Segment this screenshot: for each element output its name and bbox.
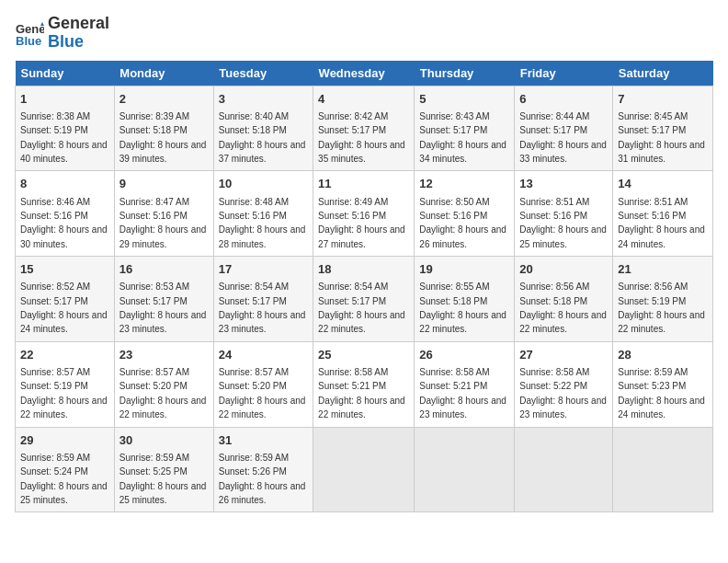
day-cell: 31 Sunrise: 8:59 AMSunset: 5:26 PMDaylig… [213, 427, 313, 512]
day-number: 25 [318, 347, 409, 363]
day-info: Sunrise: 8:43 AMSunset: 5:17 PMDaylight:… [419, 111, 506, 164]
day-cell: 20 Sunrise: 8:56 AMSunset: 5:18 PMDaylig… [515, 257, 613, 342]
day-number: 24 [219, 347, 308, 363]
day-cell: 11 Sunrise: 8:49 AMSunset: 5:16 PMDaylig… [313, 171, 415, 257]
day-cell: 16 Sunrise: 8:53 AMSunset: 5:17 PMDaylig… [114, 257, 213, 342]
day-cell: 3 Sunrise: 8:40 AMSunset: 5:18 PMDayligh… [213, 86, 313, 171]
day-info: Sunrise: 8:59 AMSunset: 5:23 PMDaylight:… [618, 367, 705, 419]
day-cell: 18 Sunrise: 8:54 AMSunset: 5:17 PMDaylig… [313, 257, 415, 342]
day-number: 4 [318, 91, 409, 108]
day-info: Sunrise: 8:45 AMSunset: 5:17 PMDaylight:… [618, 111, 705, 164]
week-row-5: 29 Sunrise: 8:59 AMSunset: 5:24 PMDaylig… [16, 427, 713, 512]
day-cell: 21 Sunrise: 8:56 AMSunset: 5:19 PMDaylig… [613, 257, 713, 342]
col-header-tuesday: Tuesday [213, 61, 313, 86]
day-number: 7 [618, 91, 708, 108]
day-info: Sunrise: 8:56 AMSunset: 5:18 PMDaylight:… [519, 282, 607, 334]
day-cell: 7 Sunrise: 8:45 AMSunset: 5:17 PMDayligh… [613, 86, 713, 171]
day-info: Sunrise: 8:50 AMSunset: 5:16 PMDaylight:… [419, 197, 506, 249]
day-cell: 9 Sunrise: 8:47 AMSunset: 5:16 PMDayligh… [114, 171, 213, 257]
day-cell: 5 Sunrise: 8:43 AMSunset: 5:17 PMDayligh… [415, 86, 515, 171]
day-cell: 13 Sunrise: 8:51 AMSunset: 5:16 PMDaylig… [515, 171, 613, 257]
col-header-monday: Monday [114, 61, 213, 86]
logo: General Blue General Blue [15, 15, 109, 52]
day-cell [515, 427, 613, 512]
day-number: 19 [419, 261, 509, 278]
day-cell: 29 Sunrise: 8:59 AMSunset: 5:24 PMDaylig… [16, 427, 115, 512]
day-number: 20 [519, 261, 608, 278]
day-cell: 10 Sunrise: 8:48 AMSunset: 5:16 PMDaylig… [213, 171, 313, 257]
day-cell: 28 Sunrise: 8:59 AMSunset: 5:23 PMDaylig… [613, 341, 713, 427]
day-cell: 12 Sunrise: 8:50 AMSunset: 5:16 PMDaylig… [415, 171, 515, 257]
day-info: Sunrise: 8:38 AMSunset: 5:19 PMDaylight:… [20, 111, 108, 164]
day-info: Sunrise: 8:53 AMSunset: 5:17 PMDaylight:… [119, 282, 207, 334]
day-number: 21 [618, 261, 708, 278]
day-number: 9 [119, 176, 209, 192]
week-row-2: 8 Sunrise: 8:46 AMSunset: 5:16 PMDayligh… [16, 171, 713, 257]
day-number: 30 [119, 432, 209, 449]
col-header-thursday: Thursday [415, 61, 515, 86]
week-row-4: 22 Sunrise: 8:57 AMSunset: 5:19 PMDaylig… [16, 341, 713, 427]
day-cell: 6 Sunrise: 8:44 AMSunset: 5:17 PMDayligh… [515, 86, 613, 171]
day-info: Sunrise: 8:51 AMSunset: 5:16 PMDaylight:… [618, 197, 705, 249]
day-number: 10 [219, 176, 308, 192]
day-cell: 19 Sunrise: 8:55 AMSunset: 5:18 PMDaylig… [415, 257, 515, 342]
day-number: 31 [219, 432, 308, 449]
day-info: Sunrise: 8:59 AMSunset: 5:24 PMDaylight:… [20, 453, 108, 505]
week-row-3: 15 Sunrise: 8:52 AMSunset: 5:17 PMDaylig… [16, 257, 713, 342]
svg-text:Blue: Blue [16, 34, 41, 48]
day-info: Sunrise: 8:40 AMSunset: 5:18 PMDaylight:… [219, 111, 306, 164]
day-cell: 17 Sunrise: 8:54 AMSunset: 5:17 PMDaylig… [213, 257, 313, 342]
day-number: 3 [219, 91, 308, 108]
day-cell: 15 Sunrise: 8:52 AMSunset: 5:17 PMDaylig… [16, 257, 115, 342]
day-cell: 8 Sunrise: 8:46 AMSunset: 5:16 PMDayligh… [16, 171, 115, 257]
logo-icon: General Blue [15, 18, 44, 48]
day-info: Sunrise: 8:58 AMSunset: 5:21 PMDaylight:… [318, 367, 405, 419]
week-row-1: 1 Sunrise: 8:38 AMSunset: 5:19 PMDayligh… [16, 86, 713, 171]
logo-text: General Blue [48, 15, 109, 52]
day-info: Sunrise: 8:49 AMSunset: 5:16 PMDaylight:… [318, 197, 405, 249]
page-header: General Blue General Blue [15, 15, 713, 52]
day-info: Sunrise: 8:47 AMSunset: 5:16 PMDaylight:… [119, 197, 207, 249]
day-number: 11 [318, 176, 409, 192]
day-number: 28 [618, 347, 708, 363]
day-info: Sunrise: 8:46 AMSunset: 5:16 PMDaylight:… [20, 197, 108, 249]
day-cell: 23 Sunrise: 8:57 AMSunset: 5:20 PMDaylig… [114, 341, 213, 427]
day-number: 26 [419, 347, 509, 363]
day-cell: 24 Sunrise: 8:57 AMSunset: 5:20 PMDaylig… [213, 341, 313, 427]
day-cell: 27 Sunrise: 8:58 AMSunset: 5:22 PMDaylig… [515, 341, 613, 427]
col-header-friday: Friday [515, 61, 613, 86]
day-number: 22 [20, 347, 109, 363]
col-header-sunday: Sunday [16, 61, 115, 86]
day-info: Sunrise: 8:57 AMSunset: 5:20 PMDaylight:… [219, 367, 306, 419]
day-cell: 30 Sunrise: 8:59 AMSunset: 5:25 PMDaylig… [114, 427, 213, 512]
day-info: Sunrise: 8:39 AMSunset: 5:18 PMDaylight:… [119, 111, 207, 164]
day-cell [613, 427, 713, 512]
day-number: 27 [519, 347, 608, 363]
day-cell [415, 427, 515, 512]
day-info: Sunrise: 8:58 AMSunset: 5:21 PMDaylight:… [419, 367, 506, 419]
day-cell: 14 Sunrise: 8:51 AMSunset: 5:16 PMDaylig… [613, 171, 713, 257]
day-info: Sunrise: 8:57 AMSunset: 5:19 PMDaylight:… [20, 367, 108, 419]
day-number: 29 [20, 432, 109, 449]
day-number: 17 [219, 261, 308, 278]
day-cell: 26 Sunrise: 8:58 AMSunset: 5:21 PMDaylig… [415, 341, 515, 427]
day-info: Sunrise: 8:54 AMSunset: 5:17 PMDaylight:… [219, 282, 306, 334]
day-info: Sunrise: 8:52 AMSunset: 5:17 PMDaylight:… [20, 282, 108, 334]
day-cell: 1 Sunrise: 8:38 AMSunset: 5:19 PMDayligh… [16, 86, 115, 171]
day-info: Sunrise: 8:57 AMSunset: 5:20 PMDaylight:… [119, 367, 207, 419]
day-info: Sunrise: 8:56 AMSunset: 5:19 PMDaylight:… [618, 282, 705, 334]
day-number: 15 [20, 261, 109, 278]
col-header-wednesday: Wednesday [313, 61, 415, 86]
col-header-saturday: Saturday [613, 61, 713, 86]
day-number: 13 [519, 176, 608, 192]
day-number: 18 [318, 261, 409, 278]
day-info: Sunrise: 8:59 AMSunset: 5:25 PMDaylight:… [119, 453, 207, 505]
day-cell: 25 Sunrise: 8:58 AMSunset: 5:21 PMDaylig… [313, 341, 415, 427]
day-info: Sunrise: 8:55 AMSunset: 5:18 PMDaylight:… [419, 282, 506, 334]
day-number: 16 [119, 261, 209, 278]
day-info: Sunrise: 8:58 AMSunset: 5:22 PMDaylight:… [519, 367, 607, 419]
day-info: Sunrise: 8:59 AMSunset: 5:26 PMDaylight:… [219, 453, 306, 505]
day-cell [313, 427, 415, 512]
day-number: 8 [20, 176, 109, 192]
calendar-header-row: SundayMondayTuesdayWednesdayThursdayFrid… [16, 61, 713, 86]
